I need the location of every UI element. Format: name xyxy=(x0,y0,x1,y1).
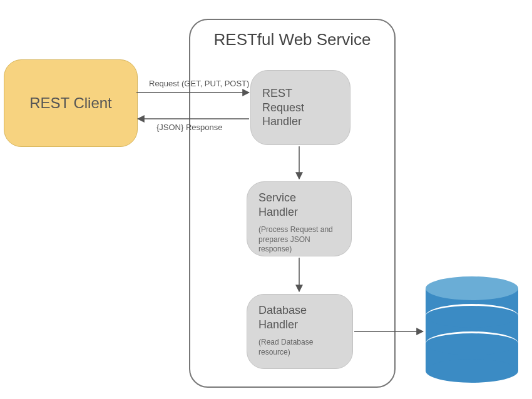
request-arrow-label: Request (GET, PUT, POST) xyxy=(149,79,249,88)
database-handler-subtitle: (Read Database resource) xyxy=(258,338,341,357)
restful-service-title: RESTful Web Service xyxy=(195,30,389,49)
service-handler-node: Service Handler (Process Request and pre… xyxy=(247,181,352,256)
service-handler-label: Service Handler xyxy=(258,191,340,219)
database-handler-node: Database Handler (Read Database resource… xyxy=(247,294,353,369)
rest-request-handler-label: REST Request Handler xyxy=(262,86,304,129)
diagram-canvas: REST Client RESTful Web Service REST Req… xyxy=(0,0,532,399)
database-icon xyxy=(426,276,518,383)
rest-request-handler-node: REST Request Handler xyxy=(250,70,350,145)
response-arrow-label: {JSON} Response xyxy=(156,123,223,132)
database-handler-label: Database Handler xyxy=(258,303,341,331)
rest-client-node: REST Client xyxy=(4,59,138,147)
rest-client-label: REST Client xyxy=(29,94,112,112)
service-handler-subtitle: (Process Request and prepares JSON respo… xyxy=(258,225,340,255)
